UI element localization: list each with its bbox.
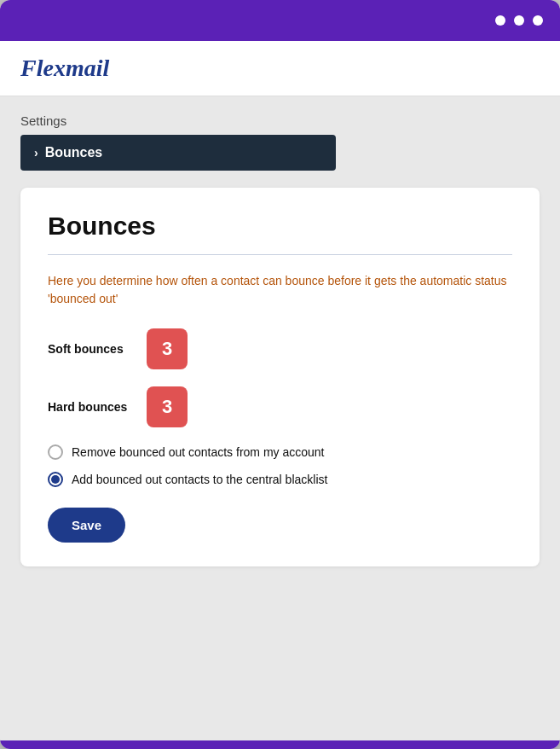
titlebar-dots xyxy=(495,15,543,26)
soft-bounces-value[interactable]: 3 xyxy=(147,328,188,369)
radio-label-blacklist: Add bounced out contacts to the central … xyxy=(72,473,327,486)
bounces-card: Bounces Here you determine how often a c… xyxy=(20,188,540,566)
titlebar-dot-3 xyxy=(533,15,543,26)
hard-bounces-value[interactable]: 3 xyxy=(147,386,188,427)
titlebar xyxy=(0,0,560,41)
card-divider xyxy=(48,254,512,255)
breadcrumb-label: Settings xyxy=(20,113,540,128)
radio-option-remove[interactable]: Remove bounced out contacts from my acco… xyxy=(48,444,512,460)
logo: Flexmail xyxy=(20,55,540,82)
radio-circle-remove[interactable] xyxy=(48,444,63,460)
hard-bounces-row: Hard bounces 3 xyxy=(48,386,512,427)
nav-arrow-icon: › xyxy=(34,146,38,160)
radio-inner-blacklist xyxy=(51,475,60,484)
radio-group: Remove bounced out contacts from my acco… xyxy=(48,444,512,487)
bottom-bar xyxy=(0,740,560,749)
app-window: Flexmail Settings › Bounces Bounces Here… xyxy=(0,0,560,749)
radio-option-blacklist[interactable]: Add bounced out contacts to the central … xyxy=(48,472,512,487)
card-title: Bounces xyxy=(48,212,512,241)
radio-circle-blacklist[interactable] xyxy=(48,472,63,487)
soft-bounces-row: Soft bounces 3 xyxy=(48,328,512,369)
header: Flexmail xyxy=(0,41,560,96)
radio-label-remove: Remove bounced out contacts from my acco… xyxy=(72,445,324,459)
card-description: Here you determine how often a contact c… xyxy=(48,272,512,308)
nav-item-bounces[interactable]: › Bounces xyxy=(20,135,336,171)
titlebar-dot-1 xyxy=(495,15,505,26)
save-button[interactable]: Save xyxy=(48,508,125,543)
titlebar-dot-2 xyxy=(514,15,524,26)
nav-item-label: Bounces xyxy=(45,145,103,160)
hard-bounces-label: Hard bounces xyxy=(48,400,133,414)
soft-bounces-label: Soft bounces xyxy=(48,342,133,356)
content-area: Settings › Bounces Bounces Here you dete… xyxy=(0,96,560,740)
